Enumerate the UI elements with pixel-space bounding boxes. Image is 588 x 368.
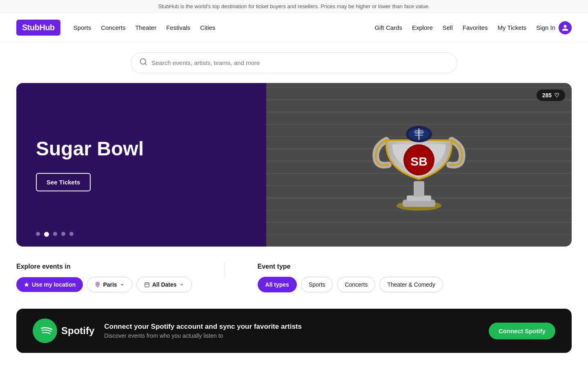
sign-in-button[interactable]: Sign In — [536, 21, 572, 34]
filter-all-types[interactable]: All types — [258, 277, 297, 292]
avatar — [559, 21, 572, 34]
banner-text: StubHub is the world's top destination f… — [158, 3, 430, 9]
hero-cta-button[interactable]: See Tickets — [36, 173, 91, 191]
explore-left: Explore events in Use my location Paris … — [16, 263, 192, 292]
svg-line-1 — [145, 63, 147, 65]
svg-point-21 — [33, 319, 57, 343]
svg-rect-5 — [414, 181, 424, 197]
nav-cities[interactable]: Cities — [200, 24, 216, 31]
location-icon — [24, 282, 29, 287]
explore-label: Explore events in — [16, 263, 192, 270]
dates-button[interactable]: All Dates — [136, 277, 192, 292]
calendar-icon — [144, 282, 150, 287]
explore-controls: Use my location Paris All Dates — [16, 277, 192, 292]
nav-sports[interactable]: Sports — [74, 24, 91, 31]
search-container — [0, 43, 588, 83]
spotify-banner: Spotify Connect your Spotify account and… — [16, 309, 572, 353]
hero-title: Sugar Bowl — [36, 138, 247, 160]
dates-btn-label: All Dates — [152, 281, 177, 288]
nav-theater[interactable]: Theater — [135, 24, 156, 31]
chevron-down-dates-icon — [179, 282, 184, 287]
nav-right: Gift Cards Explore Sell Favorites My Tic… — [374, 21, 572, 34]
event-type-section: Event type All types Sports Concerts The… — [258, 263, 443, 292]
header: StubHub Sports Concerts Theater Festival… — [0, 13, 588, 43]
nav-concerts[interactable]: Concerts — [101, 24, 125, 31]
sign-in-label: Sign In — [536, 24, 555, 31]
explore-section: Explore events in Use my location Paris … — [0, 247, 588, 302]
carousel-dots — [36, 232, 74, 237]
chevron-down-icon — [120, 282, 125, 287]
filter-sports[interactable]: Sports — [301, 277, 333, 292]
fav-count: 285 — [542, 92, 552, 99]
separator — [225, 263, 225, 278]
top-banner: StubHub is the world's top destination f… — [0, 0, 588, 13]
event-type-label: Event type — [258, 263, 443, 270]
spotify-logo: Spotify — [33, 319, 94, 343]
spotify-title: Connect your Spotify account and sync yo… — [104, 323, 479, 331]
spotify-subtitle: Discover events from who you actually li… — [104, 332, 479, 339]
nav-gift-cards[interactable]: Gift Cards — [374, 24, 402, 31]
nav-explore[interactable]: Explore — [412, 24, 433, 31]
carousel-dot-5[interactable] — [69, 232, 74, 236]
pin-icon — [95, 282, 100, 287]
nav-festivals[interactable]: Festivals — [166, 24, 190, 31]
carousel-dot-4[interactable] — [61, 232, 65, 236]
svg-point-16 — [97, 283, 99, 285]
heart-icon: ♡ — [554, 92, 559, 99]
city-button[interactable]: Paris — [87, 277, 132, 292]
location-btn-label: Use my location — [32, 281, 76, 288]
spotify-brand-name: Spotify — [61, 325, 94, 337]
logo[interactable]: StubHub — [16, 20, 60, 36]
search-input[interactable] — [151, 59, 449, 66]
connect-spotify-button[interactable]: Connect Spotify — [489, 323, 555, 339]
carousel-dot-3[interactable] — [53, 232, 57, 236]
favorite-badge[interactable]: 285 ♡ — [537, 90, 565, 101]
search-bar[interactable] — [131, 52, 457, 73]
spotify-icon — [33, 319, 57, 343]
svg-rect-17 — [145, 283, 149, 287]
svg-text:SB: SB — [410, 155, 428, 168]
use-my-location-button[interactable]: Use my location — [16, 277, 83, 292]
carousel-dot-1[interactable] — [36, 232, 40, 236]
filter-concerts[interactable]: Concerts — [337, 277, 375, 292]
carousel-dot-2[interactable] — [44, 232, 49, 237]
hero-right-panel: SB 285 ♡ — [266, 83, 572, 247]
event-type-filters: All types Sports Concerts Theater & Come… — [258, 277, 443, 292]
city-btn-label: Paris — [103, 281, 117, 288]
nav-my-tickets[interactable]: My Tickets — [497, 24, 526, 31]
nav-left: Sports Concerts Theater Festivals Cities — [74, 24, 362, 31]
search-icon — [139, 58, 147, 68]
filter-theater-comedy[interactable]: Theater & Comedy — [379, 277, 443, 292]
trophy-graphic: SB — [362, 99, 476, 230]
nav-favorites[interactable]: Favorites — [463, 24, 488, 31]
spotify-text-area: Connect your Spotify account and sync yo… — [104, 323, 479, 339]
hero-left-panel: Sugar Bowl See Tickets — [16, 83, 266, 247]
nav-sell[interactable]: Sell — [443, 24, 453, 31]
hero-carousel: Sugar Bowl See Tickets — [16, 83, 572, 247]
